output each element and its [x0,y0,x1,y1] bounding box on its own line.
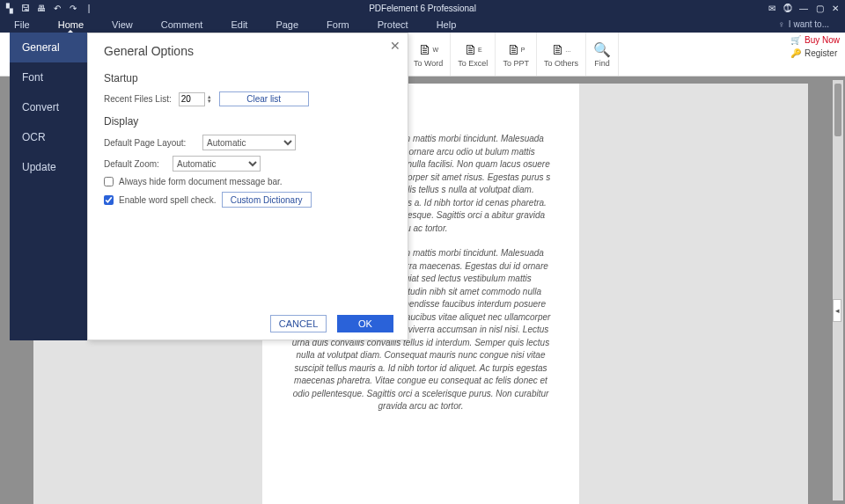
others-icon: 🗎… [551,41,571,59]
ppt-icon: 🗎P [507,41,525,59]
sidebar-tab-font[interactable]: Font [10,62,87,92]
find-icon: 🔍 [593,41,611,59]
sidebar-tab-update[interactable]: Update [10,152,87,182]
mail-icon[interactable]: ✉ [766,4,778,13]
layout-label: Default Page Layout: [104,138,195,148]
app-logo-icon: ▚ [4,4,16,13]
menu-form[interactable]: Form [312,16,364,33]
menu-home[interactable]: Home [44,16,98,33]
spell-check-label: Enable word spell check. [119,195,217,205]
cart-icon: 🛒 [790,35,801,45]
excel-icon: 🗎E [464,41,482,59]
cancel-button[interactable]: CANCEL [270,315,327,332]
minimize-icon[interactable]: — [797,4,810,13]
buy-now-button[interactable]: 🛒 Buy Now [789,34,841,46]
buy-now-label: Buy Now [805,35,840,45]
to-ppt-label: To PPT [503,59,529,68]
notification-icon[interactable]: ⓵ [782,4,794,13]
to-others-label: To Others [544,59,578,68]
zoom-select[interactable]: Automatic [173,156,261,172]
menu-view[interactable]: View [98,16,147,33]
titlebar: ▚ 🖫 🖶 ↶ ↷ | PDFelement 6 Professional ✉ … [0,0,845,16]
hide-message-checkbox[interactable] [104,177,114,186]
close-window-icon[interactable]: ✕ [829,4,841,13]
sidebar-tab-ocr[interactable]: OCR [10,122,87,152]
menu-page[interactable]: Page [261,16,312,33]
spell-check-checkbox[interactable] [104,195,114,205]
options-panel: ✕ General Options Startup Recent Files L… [87,33,408,340]
hide-message-label: Always hide form document message bar. [119,177,283,186]
redo-icon[interactable]: ↷ [67,4,79,13]
expand-right-panel[interactable]: ◂ [833,299,841,322]
to-excel-button[interactable]: 🗎E To Excel [451,33,496,76]
word-icon: 🗎W [418,41,438,59]
menu-help[interactable]: Help [422,16,471,33]
i-want-to[interactable]: ♀ I want to... [778,19,829,29]
find-label: Find [594,59,610,68]
sidebar-tab-general[interactable]: General [10,33,87,62]
to-ppt-button[interactable]: 🗎P To PPT [496,33,537,76]
ok-button[interactable]: OK [337,315,393,332]
bulb-icon: ♀ [778,19,785,29]
zoom-label: Default Zoom: [104,159,165,169]
display-heading: Display [104,115,392,128]
startup-heading: Startup [104,72,392,84]
layout-select[interactable]: Automatic [202,135,296,150]
clear-list-button[interactable]: Clear list [219,91,309,106]
i-want-to-label: I want to... [789,19,829,29]
scrollbar[interactable] [833,80,843,500]
menubar: File Home View Comment Edit Page Form Pr… [0,16,845,33]
app-title: PDFelement 6 Professional [369,4,476,13]
recent-files-input[interactable] [179,92,205,106]
maximize-icon[interactable]: ▢ [813,4,826,13]
register-label: Register [805,48,837,58]
print-icon[interactable]: 🖶 [35,4,48,13]
options-title: General Options [104,44,392,58]
spinner[interactable]: ▲▼ [207,95,212,104]
to-word-button[interactable]: 🗎W To Word [407,33,451,76]
recent-files-label: Recent Files List: [104,94,172,104]
save-icon[interactable]: 🖫 [19,4,32,13]
find-button[interactable]: 🔍 Find [586,33,619,76]
scrollbar-thumb[interactable] [834,84,841,136]
to-others-button[interactable]: 🗎… To Others [537,33,586,76]
menu-edit[interactable]: Edit [217,16,261,33]
options-sidebar: General Font Convert OCR Update [10,33,87,340]
to-word-label: To Word [414,59,443,68]
sidebar-tab-convert[interactable]: Convert [10,92,87,122]
key-icon: 🔑 [790,48,801,58]
menu-protect[interactable]: Protect [364,16,422,33]
to-excel-label: To Excel [458,59,488,68]
undo-icon[interactable]: ↶ [51,4,63,13]
divider: | [83,4,95,13]
menu-file[interactable]: File [0,16,44,33]
close-icon[interactable]: ✕ [390,39,400,53]
register-button[interactable]: 🔑 Register [789,47,841,59]
menu-comment[interactable]: Comment [147,16,217,33]
custom-dictionary-button[interactable]: Custom Dictionary [222,192,312,208]
